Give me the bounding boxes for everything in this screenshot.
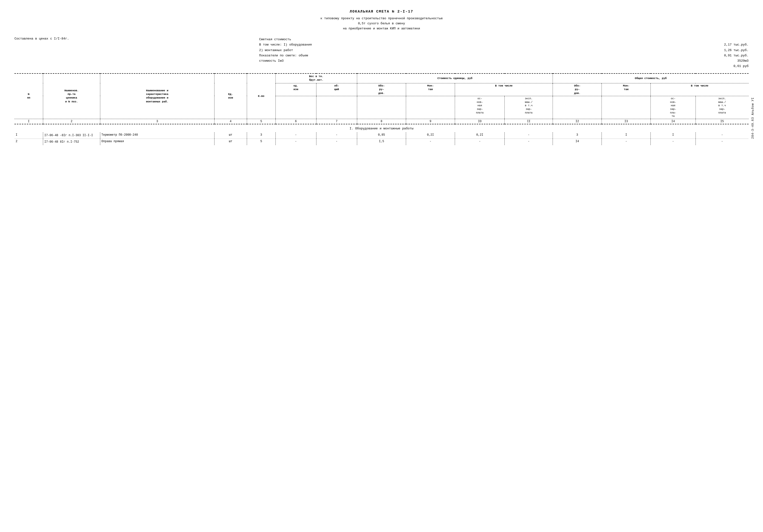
- col-num-4: 4: [214, 119, 247, 124]
- row2-cost-mach: -: [505, 139, 553, 145]
- row1-catalog: I7-06-48 -8Iг п.I-303 II-I-I: [43, 132, 100, 139]
- header-row-1: №пп Наименов.пр-таценникаи № поз. Наимен…: [15, 73, 748, 83]
- col-w2: [316, 96, 357, 119]
- col-num-7: 7: [316, 119, 357, 124]
- table-row: I I7-06-48 -8Iг п.I-303 II-I-I Термометр…: [15, 132, 748, 139]
- row2-qty: 5: [247, 139, 275, 145]
- row2-total-mach: -: [696, 139, 748, 145]
- subtitle-line-1: к типовому проекту на строительство прач…: [15, 16, 748, 21]
- subtitle-line-3: на приобретение и монтаж КИП и автоматик…: [15, 26, 748, 31]
- col-total-mach-header: эксп.маш./в т.чзар–плата: [696, 96, 748, 119]
- table-row: 2 I7-06-48 8Iг п.I-752 Оправа прямая шт …: [15, 139, 748, 145]
- row2-name: Оправа прямая: [100, 139, 214, 145]
- col-name-header: Наименование ихарактеристикаоборудования…: [100, 73, 214, 119]
- col-total-cost-group-header: Общая стоимость, руб: [553, 73, 748, 83]
- col-total-equip-header: Обо–ру–дов.: [553, 83, 602, 96]
- row1-qty: 3: [247, 132, 275, 139]
- row1-cost-basic-wage: 0,2I: [455, 132, 505, 139]
- row2-total-equip: I4: [553, 139, 602, 145]
- col-num-3: 3: [100, 119, 214, 124]
- main-table: №пп Наименов.пр-таценникаи № поз. Наимен…: [15, 73, 748, 145]
- col-total-basic-wage-header: ос–нов–наязар–пла–та: [651, 96, 696, 119]
- col-numbers-row: I 2 3 4 5 6 7 8 9 IO II I2 I3 I4 I5: [15, 119, 748, 124]
- col-num-10: IO: [455, 119, 505, 124]
- cost-labels: Сметная стоимость В том числе: I) оборуд…: [259, 37, 724, 69]
- vertical-label: 284-3-49.63 Альбом УI: [750, 10, 756, 227]
- row2-cost-basic-wage: -: [455, 139, 505, 145]
- col-t1: [553, 96, 602, 119]
- col-equip-cost-header: Обо–ру–дов.: [357, 83, 406, 96]
- row2-unit: шт: [214, 139, 247, 145]
- col-num-2: 2: [43, 119, 100, 124]
- row1-total-equip: 3: [553, 132, 602, 139]
- col-weight-unit-header: ед.изм: [275, 83, 316, 96]
- row1-name: Термометр П6-2000-240: [100, 132, 214, 139]
- row2-weight-unit: -: [275, 139, 316, 145]
- row2-total-basic-wage: -: [651, 139, 696, 145]
- cost-info: Сметная стоимость В том числе: I) оборуд…: [259, 37, 748, 69]
- col-num-9: 9: [406, 119, 455, 124]
- col-num-12: I2: [553, 119, 602, 124]
- row2-num: 2: [15, 139, 43, 145]
- row1-weight-total: -: [316, 132, 357, 139]
- col-num-15: I5: [696, 119, 748, 124]
- row1-total-mount: I: [602, 132, 651, 139]
- col-total-mount-header: Мон–таж: [602, 83, 651, 96]
- col-num-1: I: [15, 119, 43, 124]
- subtitle-line-2: 0,5т сухого белья в смену: [15, 21, 748, 26]
- col-mount-cost-header: Мон–таж: [406, 83, 455, 96]
- col-num-14: I4: [651, 119, 696, 124]
- row1-total-basic-wage: I: [651, 132, 696, 139]
- col-num-5: 5: [247, 119, 275, 124]
- row1-cost-equip: 0,85: [357, 132, 406, 139]
- row2-cost-equip: I,5: [357, 139, 406, 145]
- col-catalog-header: Наименов.пр-таценникаи № поз.: [43, 73, 100, 119]
- section-title: I. Оборудование и монтажные работы: [15, 124, 748, 132]
- subtitle: к типовому проекту на строительство прач…: [15, 16, 748, 31]
- row2-cost-mount: -: [406, 139, 455, 145]
- col-num-header: №пп: [15, 73, 43, 119]
- col-weight-group-header: Вес в тн.брут.нет.: [275, 73, 357, 83]
- row2-weight-total: -: [316, 139, 357, 145]
- col-total-including-header: В том числе: [651, 83, 748, 96]
- col-c2: [406, 96, 455, 119]
- col-including-cost-header: В том числе: [455, 83, 553, 96]
- row1-cost-mach: -: [505, 132, 553, 139]
- row2-catalog: I7-06-48 8Iг п.I-752: [43, 139, 100, 145]
- col-unit-header: Ед.изм: [214, 73, 247, 119]
- row1-cost-mount: 0,2I: [406, 132, 455, 139]
- page-title: ЛОКАЛЬНАЯ СМЕТА № 2-I-17: [15, 10, 748, 14]
- col-c1: [357, 96, 406, 119]
- col-weight-total-header: об–щий: [316, 83, 357, 96]
- col-basic-wage-header: ос–нов–наязар–плата: [455, 96, 505, 119]
- row1-unit: шт: [214, 132, 247, 139]
- row1-weight-unit: -: [275, 132, 316, 139]
- col-t2: [602, 96, 651, 119]
- col-w1: [275, 96, 316, 119]
- section-title-row: I. Оборудование и монтажные работы: [15, 124, 748, 132]
- row2-total-mount: -: [602, 139, 651, 145]
- cost-values: 2,17 тыс.руб. 1,26 тыс.руб. 0,91 тыс.руб…: [724, 37, 748, 69]
- row1-total-mach: -: [696, 132, 748, 139]
- col-num-8: 8: [357, 119, 406, 124]
- col-qty-header: К-во: [247, 73, 275, 119]
- info-section: Составлена в ценах с I/I-84г. Сметная ст…: [15, 37, 748, 69]
- col-num-6: 6: [275, 119, 316, 124]
- compiled-label: Составлена в ценах с I/I-84г.: [15, 37, 259, 41]
- col-num-13: I3: [602, 119, 651, 124]
- col-num-11: II: [505, 119, 553, 124]
- col-unit-cost-group-header: Стоимость единицы, руб: [357, 73, 553, 83]
- row1-num: I: [15, 132, 43, 139]
- col-mach-header: эксп.маш./в т.чзар–плата: [505, 96, 553, 119]
